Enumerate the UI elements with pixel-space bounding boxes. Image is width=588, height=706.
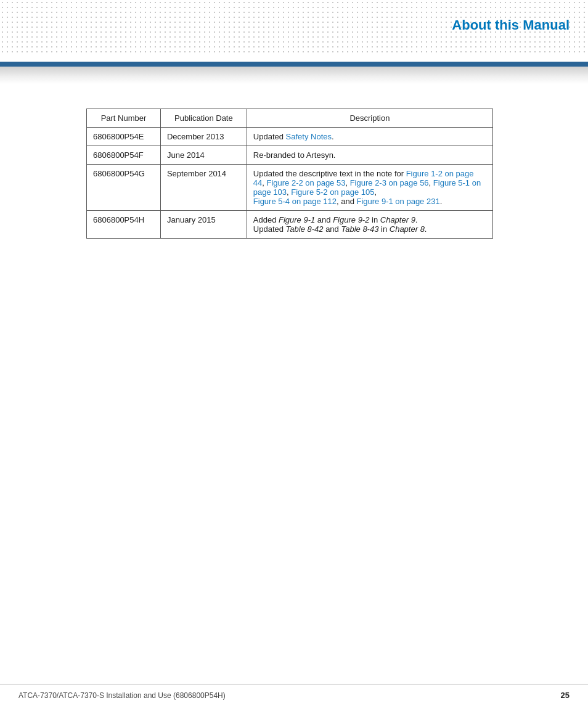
page-title: About this Manual	[452, 17, 570, 33]
desc-text: ,	[374, 187, 377, 197]
blue-bar-decoration	[0, 62, 588, 67]
italic-chapter-ref: Chapter 9	[380, 215, 415, 224]
footer-text: ATCA-7370/ATCA-7370-S Installation and U…	[18, 691, 226, 700]
fig-link-2[interactable]: Figure 2-2 on page 53	[267, 178, 346, 187]
col-header-pub-date: Publication Date	[160, 109, 247, 128]
table-row: 6806800P54F June 2014 Re-branded to Arte…	[87, 146, 493, 165]
desc-text: .	[440, 197, 443, 206]
description-cell: Updated the descriptive text in the note…	[247, 165, 492, 211]
page-number: 25	[561, 691, 570, 700]
pub-date-cell: December 2013	[160, 128, 247, 146]
desc-text: , and	[337, 197, 357, 206]
part-number-cell: 6806800P54G	[87, 165, 161, 211]
desc-text: .	[332, 132, 334, 141]
desc-text: Added Figure 9-1 and Figure 9-2 in Chapt…	[253, 215, 427, 234]
table-row: 6806800P54G September 2014 Updated the d…	[87, 165, 493, 211]
italic-table-ref: Table 8-43	[341, 224, 378, 234]
gray-bar-decoration	[0, 67, 588, 84]
fig-link-7[interactable]: Figure 9-1 on page 231	[356, 197, 439, 206]
pub-date-cell: June 2014	[160, 146, 247, 165]
fig-link-6[interactable]: Figure 5-4 on page 112	[253, 197, 337, 206]
col-header-description: Description	[247, 109, 492, 128]
italic-chapter-ref: Chapter 8	[390, 224, 425, 234]
description-cell: Added Figure 9-1 and Figure 9-2 in Chapt…	[247, 211, 492, 239]
table-row: 6806800P54H January 2015 Added Figure 9-…	[87, 211, 493, 239]
pub-date-cell: September 2014	[160, 165, 247, 211]
revision-table: Part Number Publication Date Description…	[86, 109, 493, 239]
desc-text: Updated the descriptive text in the note…	[253, 169, 406, 178]
part-number-cell: 6806800P54H	[87, 211, 161, 239]
table-header-row: Part Number Publication Date Description	[87, 109, 493, 128]
italic-figure-ref: Figure 9-1	[279, 215, 315, 224]
italic-table-ref: Table 8-42	[286, 224, 324, 234]
fig-link-5[interactable]: Figure 5-2 on page 105	[291, 187, 374, 197]
col-header-part-number: Part Number	[87, 109, 161, 128]
desc-text: ,	[262, 178, 266, 187]
description-cell: Updated Safety Notes.	[247, 128, 492, 146]
pub-date-cell: January 2015	[160, 211, 247, 239]
table-row: 6806800P54E December 2013 Updated Safety…	[87, 128, 493, 146]
main-content: Part Number Publication Date Description…	[0, 84, 588, 276]
description-cell: Re-branded to Artesyn.	[247, 146, 492, 165]
fig-link-3[interactable]: Figure 2-3 on page 56	[350, 178, 429, 187]
desc-text: Updated	[253, 132, 286, 141]
italic-figure-ref: Figure 9-2	[333, 215, 369, 224]
desc-text: ,	[429, 178, 433, 187]
part-number-cell: 6806800P54F	[87, 146, 161, 165]
footer: ATCA-7370/ATCA-7370-S Installation and U…	[0, 684, 588, 706]
safety-notes-link[interactable]: Safety Notes	[286, 132, 332, 141]
desc-text: ,	[345, 178, 349, 187]
header: About this Manual	[0, 0, 588, 62]
part-number-cell: 6806800P54E	[87, 128, 161, 146]
